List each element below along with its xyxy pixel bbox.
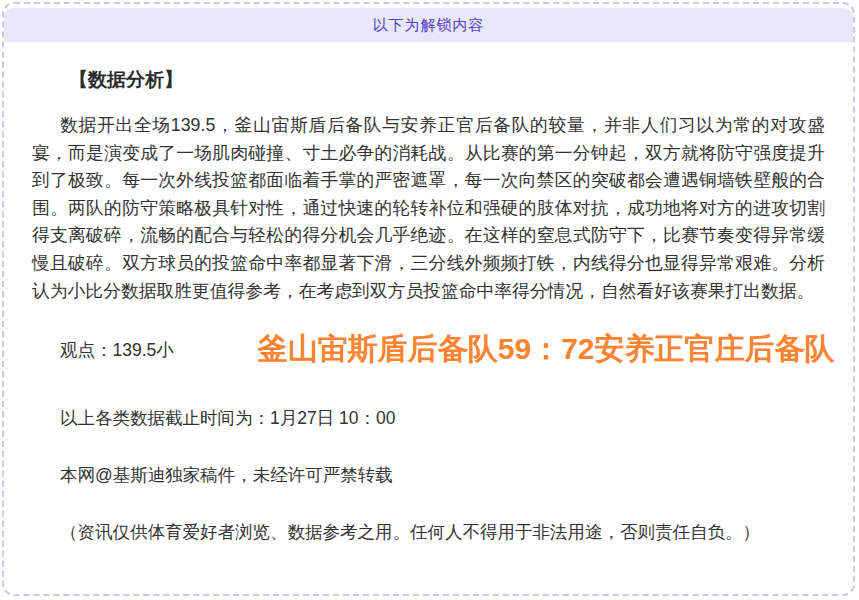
score-highlight: 釜山宙斯盾后备队59：72安养正官庄后备队 bbox=[258, 329, 835, 370]
unlocked-content-panel: 以下为解锁内容 【数据分析】 数据开出全场139.5，釜山宙斯盾后备队与安养正官… bbox=[2, 2, 855, 596]
data-deadline-line: 以上各类数据截止时间为：1月27日 10：00 bbox=[32, 406, 825, 430]
disclaimer-line: （资讯仅供体育爱好者浏览、数据参考之用。任何人不得用于非法用途，否则责任自负。） bbox=[32, 520, 825, 544]
analysis-paragraph: 数据开出全场139.5，釜山宙斯盾后备队与安养正官后备队的较量，并非人们习以为常… bbox=[32, 112, 825, 305]
article-body: 【数据分析】 数据开出全场139.5，釜山宙斯盾后备队与安养正官后备队的较量，并… bbox=[4, 67, 853, 544]
unlock-banner: 以下为解锁内容 bbox=[4, 8, 853, 42]
viewpoint-label: 观点：139.5小 bbox=[60, 338, 174, 362]
section-title: 【数据分析】 bbox=[32, 67, 825, 93]
copyright-line: 本网@基斯迪独家稿件，未经许可严禁转载 bbox=[32, 463, 825, 487]
viewpoint-row: 观点：139.5小 釜山宙斯盾后备队59：72安养正官庄后备队 bbox=[32, 329, 825, 370]
unlock-banner-text: 以下为解锁内容 bbox=[373, 16, 485, 35]
